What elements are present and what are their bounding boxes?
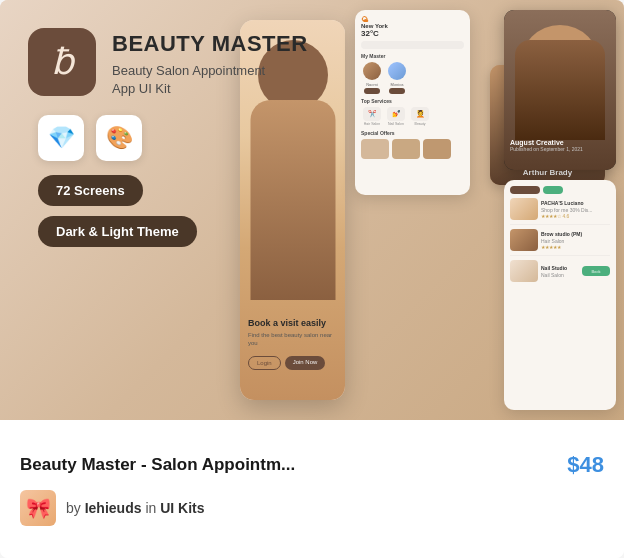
theme-badge: Dark & Light Theme [38,216,197,247]
list-row-2: Brow studio (PM) Hair Salon ★★★★★ [510,229,610,256]
portrait-image: August Creative Published on September 1… [504,10,616,170]
offers-row [361,139,464,159]
author-info: by Iehieuds in UI Kits [66,500,205,516]
app-title-block: BEAUTY MASTER Beauty Salon Appointment A… [112,28,308,99]
offer-2 [392,139,420,159]
avatar-2: Monica [386,62,408,94]
app-header: ƀ BEAUTY MASTER Beauty Salon Appointment… [28,28,308,99]
app-icon: ƀ [28,28,96,96]
author-category: UI Kits [160,500,204,516]
offer-1 [361,139,389,159]
phone-main-heading: Book a visit easily [248,318,337,330]
figma-icon: 🎨 [96,115,142,161]
master-avatars: Naomi Monica [361,62,464,94]
phone-right-group: 🌤 New York 32°C My Master Naomi [355,10,470,195]
portrait-meta: Published on September 1, 2021 [510,146,610,152]
phone-main-desc: Find the best beauty salon near you [248,332,337,348]
login-button: Login [248,356,281,370]
service-icon-2: 💅 [387,107,405,121]
product-title: Beauty Master - Salon Appointm... [20,455,295,475]
author-avatar-image: 🎀 [20,490,56,526]
top-services-section: Top Services [361,98,464,104]
app-icon-symbol: ƀ [51,41,74,83]
list-thumb-1 [510,198,538,220]
list-toolbar [510,186,610,194]
list-row-3: Nail Studio Nail Salon Book [510,260,610,286]
phone-main-text: Book a visit easily Find the best beauty… [248,318,337,370]
list-info-2: Brow studio (PM) Hair Salon ★★★★★ [541,231,610,250]
app-title: BEAUTY MASTER [112,32,308,56]
portrait-label: August Creative Published on September 1… [510,139,610,152]
search-bar [361,41,464,49]
info-bar: Beauty Master - Salon Appointm... $48 🎀 … [0,420,624,558]
list-info-1: PACHA'S Luciano Shop for me 30% Dis... ★… [541,200,610,219]
service-3: 💆 Beauty [409,107,431,126]
services-row: ✂️ Hair Salon 💅 Nail Salon 💆 Beauty [361,107,464,126]
join-button: Join Now [285,356,326,370]
special-offers-section: Special Offers [361,130,464,136]
offer-3 [423,139,451,159]
phone-small-1: 🌤 New York 32°C My Master Naomi [355,10,470,195]
portrait-title: August Creative [510,139,610,146]
product-card: ƀ BEAUTY MASTER Beauty Salon Appointment… [0,0,624,558]
phone-main-buttons: Login Join Now [248,356,337,370]
temp-label: 32°C [361,29,388,38]
author-in-label: in [145,500,156,516]
product-price: $48 [567,452,604,478]
screens-badge: 72 Screens [38,175,143,206]
tool-icons-row: 💎 🎨 [38,115,142,161]
service-1: ✂️ Hair Salon [361,107,383,126]
sketch-icon: 💎 [38,115,84,161]
sort-pill [543,186,563,194]
service-2: 💅 Nail Salon [385,107,407,126]
list-row-1: PACHA'S Luciano Shop for me 30% Dis... ★… [510,198,610,225]
author-row: 🎀 by Iehieuds in UI Kits [20,490,604,526]
app-subtitle: Beauty Salon Appointment App UI Kit [112,62,292,98]
product-row: Beauty Master - Salon Appointm... $48 [20,452,604,478]
filter-pill [510,186,540,194]
list-thumb-2 [510,229,538,251]
avatar-1: Naomi [361,62,383,94]
service-icon-1: ✂️ [363,107,381,121]
list-thumb-3 [510,260,538,282]
list-info-3: Nail Studio Nail Salon [541,265,579,278]
phone-portrait: August Creative Published on September 1… [504,10,616,170]
badges-container: 72 Screens Dark & Light Theme [38,175,197,247]
author-avatar: 🎀 [20,490,56,526]
service-icon-3: 💆 [411,107,429,121]
preview-area: ƀ BEAUTY MASTER Beauty Salon Appointment… [0,0,624,420]
book-now-button: Book [582,266,610,276]
author-by-label: by [66,500,81,516]
author-name: Iehieuds [85,500,142,516]
phone-list: PACHA'S Luciano Shop for me 30% Dis... ★… [504,180,616,410]
my-master-section: My Master [361,53,464,59]
